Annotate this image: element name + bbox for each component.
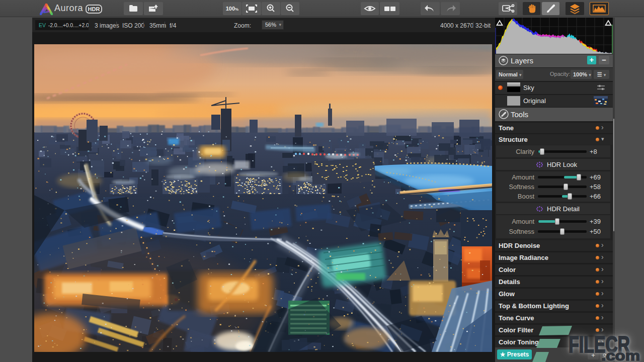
svg-text:.com: .com — [601, 348, 640, 362]
